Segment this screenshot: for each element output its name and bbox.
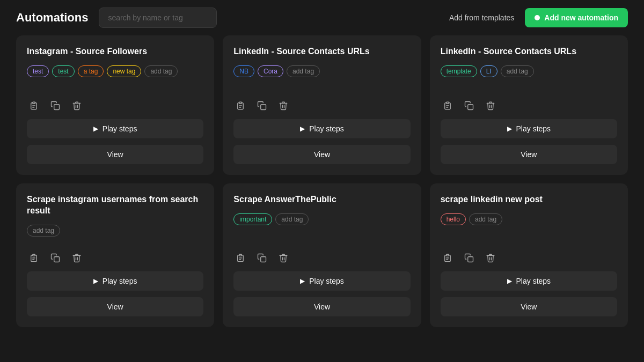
svg-rect-2 — [239, 102, 242, 104]
play-icon: ▶ — [93, 125, 98, 132]
card-title: LinkedIn - Source Contacts URLs — [233, 46, 410, 57]
svg-rect-7 — [54, 256, 60, 262]
tag-hello[interactable]: hello — [441, 213, 466, 225]
spacer — [441, 233, 617, 245]
automation-card-1: Instagram - Source Followerstesttesta ta… — [16, 35, 214, 175]
delete-icon[interactable] — [276, 99, 290, 113]
card-icons-row — [27, 99, 203, 113]
tag-template[interactable]: template — [441, 65, 477, 77]
automation-card-3: LinkedIn - Source Contacts URLstemplateL… — [430, 35, 628, 175]
tags-row: testtesta tagnew tagadd tag — [27, 64, 203, 79]
automations-grid: Instagram - Source Followerstesttesta ta… — [0, 35, 644, 343]
export-icon[interactable] — [441, 251, 455, 265]
automation-card-2: LinkedIn - Source Contacts URLsNBCoraadd… — [223, 35, 421, 175]
automation-card-4: Scrape instagram usernames from search r… — [16, 183, 214, 327]
page-title: Automations — [16, 11, 88, 25]
tag-li[interactable]: LI — [480, 65, 497, 77]
play-steps-button[interactable]: ▶Play steps — [27, 119, 203, 138]
play-icon: ▶ — [300, 277, 305, 285]
view-button[interactable]: View — [441, 297, 617, 316]
card-icons-row — [233, 99, 410, 113]
card-title: scrape linkedin new post — [441, 194, 617, 205]
export-icon[interactable] — [233, 99, 247, 113]
svg-rect-9 — [261, 256, 266, 262]
delete-icon[interactable] — [276, 251, 290, 265]
add-tag-button[interactable]: add tag — [287, 65, 320, 77]
play-icon: ▶ — [507, 277, 512, 285]
play-steps-button[interactable]: ▶Play steps — [233, 271, 410, 291]
view-button[interactable]: View — [233, 297, 410, 316]
tags-row: helloadd tag — [441, 212, 617, 227]
copy-icon[interactable] — [462, 251, 476, 265]
svg-rect-8 — [239, 254, 242, 256]
svg-rect-3 — [261, 105, 266, 110]
card-title: LinkedIn - Source Contacts URLs — [441, 46, 617, 57]
tag-cora[interactable]: Cora — [258, 65, 283, 77]
tag-test[interactable]: test — [52, 65, 74, 77]
tag-a-tag[interactable]: a tag — [78, 65, 104, 77]
spacer — [27, 85, 203, 92]
delete-icon[interactable] — [70, 99, 84, 113]
copy-icon[interactable] — [255, 251, 269, 265]
automation-card-5: Scrape AnswerThePublicimportantadd tag▶P… — [223, 183, 421, 327]
copy-icon[interactable] — [48, 99, 62, 113]
card-icons-row — [233, 251, 410, 265]
tag-test[interactable]: test — [27, 65, 49, 77]
automation-card-6: scrape linkedin new posthelloadd tag▶Pla… — [430, 183, 628, 327]
play-icon: ▶ — [93, 277, 98, 285]
svg-rect-1 — [54, 105, 60, 110]
search-input[interactable] — [99, 8, 217, 28]
add-tag-button[interactable]: add tag — [501, 65, 534, 77]
delete-icon[interactable] — [484, 251, 497, 265]
view-button[interactable]: View — [441, 145, 617, 164]
card-icons-row — [27, 251, 203, 265]
card-title: Scrape instagram usernames from search r… — [27, 194, 203, 217]
play-steps-button[interactable]: ▶Play steps — [441, 271, 617, 291]
add-tag-button[interactable]: add tag — [144, 65, 178, 77]
view-button[interactable]: View — [27, 145, 203, 164]
play-icon: ▶ — [507, 125, 512, 132]
play-steps-button[interactable]: ▶Play steps — [441, 119, 617, 138]
spacer — [233, 85, 410, 92]
play-steps-button[interactable]: ▶Play steps — [233, 119, 410, 138]
add-tag-button[interactable]: add tag — [27, 225, 60, 237]
tags-row: importantadd tag — [233, 212, 410, 227]
tag-nb[interactable]: NB — [233, 65, 254, 77]
tag-important[interactable]: important — [233, 213, 272, 225]
add-tag-button[interactable]: add tag — [469, 213, 502, 225]
card-icons-row — [441, 251, 617, 265]
card-icons-row — [441, 99, 617, 113]
tags-row: templateLIadd tag — [441, 64, 617, 79]
add-new-automation-button[interactable]: Add new automation — [525, 8, 628, 27]
page-header: Automations Add from templates Add new a… — [0, 0, 644, 35]
export-icon[interactable] — [27, 251, 41, 265]
tags-row: NBCoraadd tag — [233, 64, 410, 79]
tags-row: add tag — [27, 223, 203, 238]
svg-rect-4 — [446, 102, 449, 104]
card-title: Instagram - Source Followers — [27, 46, 203, 57]
view-button[interactable]: View — [27, 297, 203, 316]
header-actions: Add from templates Add new automation — [449, 8, 628, 27]
play-icon: ▶ — [300, 125, 305, 132]
add-tag-button[interactable]: add tag — [275, 213, 309, 225]
add-from-templates-button[interactable]: Add from templates — [449, 13, 514, 22]
delete-icon[interactable] — [484, 99, 497, 113]
export-icon[interactable] — [233, 251, 247, 265]
svg-rect-10 — [446, 254, 449, 256]
status-dot — [535, 15, 540, 20]
export-icon[interactable] — [441, 99, 455, 113]
view-button[interactable]: View — [233, 145, 410, 164]
spacer — [233, 233, 410, 245]
play-steps-button[interactable]: ▶Play steps — [27, 271, 203, 291]
delete-icon[interactable] — [70, 251, 84, 265]
tag-new-tag[interactable]: new tag — [107, 65, 141, 77]
card-title: Scrape AnswerThePublic — [233, 194, 410, 205]
svg-rect-11 — [467, 256, 473, 262]
spacer — [441, 85, 617, 92]
svg-rect-5 — [467, 105, 473, 110]
copy-icon[interactable] — [255, 99, 269, 113]
export-icon[interactable] — [27, 99, 41, 113]
copy-icon[interactable] — [462, 99, 476, 113]
copy-icon[interactable] — [48, 251, 62, 265]
